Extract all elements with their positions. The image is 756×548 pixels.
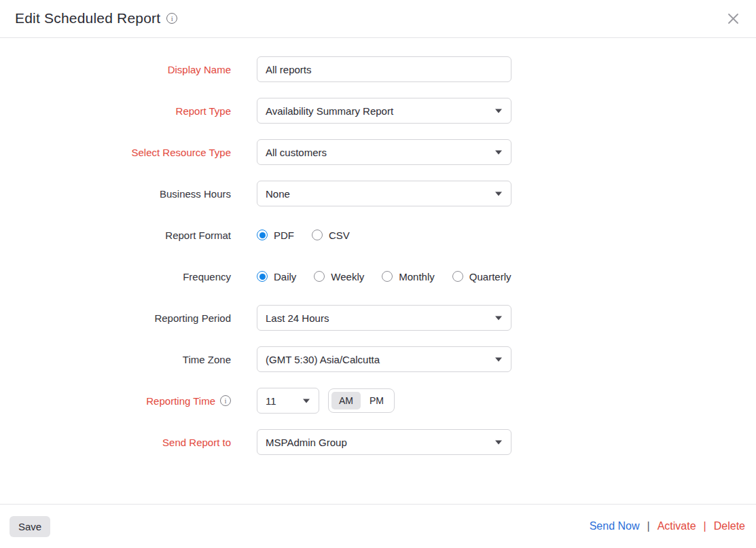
radio-weekly[interactable]: Weekly	[314, 271, 364, 282]
radio-icon	[314, 271, 325, 282]
edit-scheduled-report-dialog: Edit Scheduled Report Display Name Repor…	[0, 0, 756, 455]
display-name-row: Display Name	[0, 56, 756, 82]
report-type-dropdown[interactable]: Availability Summary Report	[257, 98, 511, 124]
chevron-down-icon	[495, 441, 502, 445]
radio-csv-label: CSV	[329, 230, 350, 241]
resource-type-value: All customers	[266, 147, 327, 158]
reporting-time-row: Reporting Time 11 AM PM	[0, 388, 756, 414]
footer-links: Send Now | Activate | Delete	[590, 520, 745, 532]
report-format-label: Report Format	[0, 230, 231, 241]
time-zone-label: Time Zone	[0, 354, 231, 365]
report-format-row: Report Format PDF CSV	[0, 222, 756, 248]
radio-icon	[382, 271, 393, 282]
reporting-time-label-text: Reporting Time	[146, 395, 215, 407]
meridiem-am-button[interactable]: AM	[331, 392, 361, 409]
radio-monthly-label: Monthly	[399, 271, 435, 282]
reporting-period-row: Reporting Period Last 24 Hours	[0, 305, 756, 331]
reporting-hour-dropdown[interactable]: 11	[257, 388, 319, 414]
dialog-footer: Save Send Now | Activate | Delete	[0, 504, 756, 548]
scheduled-report-form: Display Name Report Type Availability Su…	[0, 38, 756, 455]
business-hours-value: None	[266, 188, 290, 200]
radio-quarterly[interactable]: Quarterly	[452, 271, 511, 282]
report-type-row: Report Type Availability Summary Report	[0, 98, 756, 124]
send-report-to-row: Send Report to MSPAdmin Group	[0, 429, 756, 455]
resource-type-dropdown[interactable]: All customers	[257, 139, 511, 165]
resource-type-label: Select Resource Type	[0, 147, 231, 158]
send-now-link[interactable]: Send Now	[590, 520, 640, 532]
radio-icon	[452, 271, 463, 282]
chevron-down-icon	[303, 399, 310, 403]
delete-link[interactable]: Delete	[714, 520, 745, 532]
radio-icon	[312, 230, 323, 240]
chevron-down-icon	[495, 316, 502, 321]
time-zone-dropdown[interactable]: (GMT 5:30) Asia/Calcutta	[257, 346, 511, 372]
frequency-label: Frequency	[0, 271, 231, 282]
reporting-period-value: Last 24 Hours	[266, 312, 329, 324]
radio-pdf-label: PDF	[274, 230, 294, 241]
meridiem-pm-button[interactable]: PM	[362, 392, 391, 409]
reporting-time-label: Reporting Time	[0, 395, 231, 407]
time-zone-value: (GMT 5:30) Asia/Calcutta	[266, 354, 380, 365]
close-icon[interactable]	[725, 10, 741, 26]
save-button[interactable]: Save	[10, 516, 50, 537]
display-name-label: Display Name	[0, 64, 231, 75]
report-type-label: Report Type	[0, 105, 231, 117]
link-separator: |	[647, 520, 650, 532]
resource-type-row: Select Resource Type All customers	[0, 139, 756, 165]
chevron-down-icon	[495, 109, 502, 113]
time-zone-row: Time Zone (GMT 5:30) Asia/Calcutta	[0, 346, 756, 372]
radio-quarterly-label: Quarterly	[469, 271, 511, 282]
frequency-options: Daily Weekly Monthly Quarterly	[257, 271, 569, 282]
reporting-period-dropdown[interactable]: Last 24 Hours	[257, 305, 511, 331]
business-hours-dropdown[interactable]: None	[257, 181, 511, 206]
dialog-header: Edit Scheduled Report	[0, 0, 756, 38]
reporting-time-info-icon[interactable]	[220, 395, 231, 406]
reporting-period-label: Reporting Period	[0, 312, 231, 324]
link-separator: |	[704, 520, 706, 532]
reporting-hour-value: 11	[266, 395, 276, 407]
chevron-down-icon	[495, 151, 502, 155]
radio-pdf[interactable]: PDF	[257, 230, 294, 241]
activate-link[interactable]: Activate	[658, 520, 696, 532]
radio-daily[interactable]: Daily	[257, 271, 296, 282]
chevron-down-icon	[495, 192, 502, 196]
meridiem-toggle: AM PM	[328, 388, 395, 413]
page-title: Edit Scheduled Report	[15, 10, 160, 26]
send-report-to-value: MSPAdmin Group	[266, 437, 347, 448]
frequency-row: Frequency Daily Weekly Monthly Quarterly	[0, 263, 756, 289]
radio-csv[interactable]: CSV	[312, 230, 350, 241]
business-hours-label: Business Hours	[0, 188, 231, 200]
display-name-input[interactable]	[257, 56, 511, 82]
radio-icon	[257, 271, 268, 282]
title-info-icon[interactable]	[166, 13, 177, 24]
send-report-to-label: Send Report to	[0, 437, 231, 448]
radio-monthly[interactable]: Monthly	[382, 271, 435, 282]
radio-icon	[257, 230, 268, 240]
radio-daily-label: Daily	[274, 271, 296, 282]
business-hours-row: Business Hours None	[0, 181, 756, 206]
radio-weekly-label: Weekly	[331, 271, 364, 282]
report-format-options: PDF CSV	[257, 230, 569, 241]
chevron-down-icon	[495, 358, 502, 362]
report-type-value: Availability Summary Report	[266, 105, 393, 117]
send-report-to-dropdown[interactable]: MSPAdmin Group	[257, 429, 511, 455]
